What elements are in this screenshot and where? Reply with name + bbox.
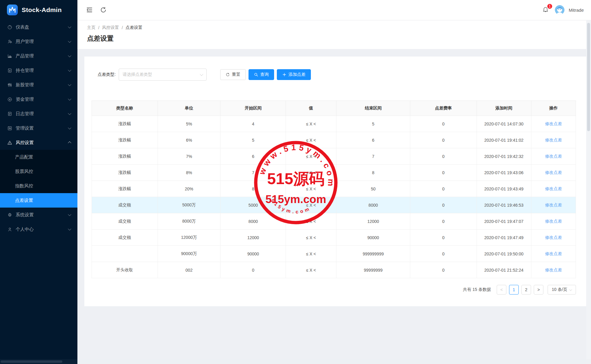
- vertical-scrollbar-thumb[interactable]: [587, 23, 590, 131]
- cell-value-op: ≤ X <: [286, 213, 336, 230]
- cell-start-range: 8000: [220, 213, 286, 230]
- modify-spread-link[interactable]: 修改点差: [545, 154, 562, 159]
- sidebar-item-label: 持仓管理: [16, 68, 68, 73]
- table-row: 成交额8000万8000≤ X <1200002020-07-01 19:47:…: [92, 213, 576, 230]
- breadcrumb: 主页 / 风控设置 / 点差设置: [87, 25, 591, 30]
- vertical-scrollbar[interactable]: [586, 20, 591, 359]
- app-window: Stock-Admin 仪表盘用户管理产品管理持仓管理新股管理资金管理日志管理管…: [0, 0, 591, 364]
- page-button-1[interactable]: 1: [509, 285, 519, 295]
- modify-spread-link[interactable]: 修改点差: [545, 121, 562, 126]
- username[interactable]: Mitrade: [569, 8, 584, 13]
- notifications-button[interactable]: 1: [540, 5, 551, 15]
- modify-spread-link[interactable]: 修改点差: [545, 235, 562, 240]
- cell-unit: 6%: [158, 132, 220, 148]
- sidebar-item-9[interactable]: 系统设置: [0, 208, 77, 222]
- cell-spread-fee: 0: [410, 165, 477, 181]
- sidebar-item-label: 用户管理: [16, 39, 68, 45]
- sidebar-item-0[interactable]: 仪表盘: [0, 20, 77, 34]
- page-title: 点差设置: [87, 34, 591, 43]
- cell-type-name: 成交额: [92, 197, 158, 213]
- cell-type-name: 开头收取: [92, 262, 158, 278]
- avatar[interactable]: [555, 5, 564, 15]
- manage-icon: [7, 126, 12, 131]
- sidebar-subitem-3[interactable]: 点差设置: [0, 193, 77, 208]
- breadcrumb-risk-settings[interactable]: 风控设置: [102, 25, 119, 30]
- cell-spread-fee: 0: [410, 181, 477, 197]
- chevron-down-icon: [569, 288, 572, 291]
- breadcrumb-home[interactable]: 主页: [87, 25, 95, 30]
- add-spread-button[interactable]: 添加点差: [277, 69, 311, 80]
- cell-type-name: [92, 246, 158, 262]
- reset-button[interactable]: 重置: [220, 69, 246, 80]
- app-logo[interactable]: Stock-Admin: [0, 0, 77, 20]
- sidebar-item-2[interactable]: 产品管理: [0, 49, 77, 63]
- table-row: 90000万90000≤ X <99999999902020-07-01 19:…: [92, 246, 576, 262]
- cell-actions: 修改点差: [531, 213, 576, 230]
- prev-page-button[interactable]: <: [497, 285, 506, 295]
- col-start-range: 开始区间: [220, 101, 286, 116]
- cell-type-name: 成交额: [92, 213, 158, 230]
- cell-end-range: 999999999: [336, 246, 410, 262]
- cell-add-time: 2020-07-01 19:43:06: [477, 165, 531, 181]
- chevron-up-icon: [68, 141, 71, 145]
- col-actions: 操作: [531, 101, 576, 116]
- modify-spread-link[interactable]: 修改点差: [545, 137, 562, 142]
- sidebar-item-1[interactable]: 用户管理: [0, 34, 77, 49]
- topbar: 1 Mitrade: [77, 0, 591, 20]
- modify-spread-link[interactable]: 修改点差: [545, 170, 562, 175]
- modify-spread-link[interactable]: 修改点差: [545, 267, 562, 272]
- modify-spread-link[interactable]: 修改点差: [545, 251, 562, 256]
- search-button[interactable]: 查询: [249, 69, 274, 80]
- chevron-down-icon: [68, 54, 71, 57]
- spread-type-select[interactable]: 请选择点差类型: [119, 69, 207, 81]
- page-size-select[interactable]: 10 条/页: [548, 285, 576, 295]
- sidebar-item-3[interactable]: 持仓管理: [0, 63, 77, 78]
- cell-type-name: 涨跌幅: [92, 181, 158, 197]
- cell-type-name: 涨跌幅: [92, 148, 158, 165]
- spread-type-label: 点差类型:: [98, 72, 116, 77]
- cell-spread-fee: 0: [410, 230, 477, 246]
- cell-actions: 修改点差: [531, 197, 576, 213]
- sidebar-item-10[interactable]: 个人中心: [0, 222, 77, 236]
- filter-toolbar: 点差类型: 请选择点差类型 重置: [92, 69, 576, 81]
- next-page-button[interactable]: >: [534, 285, 543, 295]
- sidebar-item-5[interactable]: 资金管理: [0, 92, 77, 106]
- cell-unit: 12000万: [158, 230, 220, 246]
- horizontal-scrollbar[interactable]: [0, 359, 586, 364]
- chevron-down-icon: [68, 83, 71, 86]
- sidebar-item-6[interactable]: 日志管理: [0, 106, 77, 121]
- cell-start-range: 5: [220, 132, 286, 148]
- cell-add-time: 2020-07-01 19:43:49: [477, 181, 531, 197]
- cell-end-range: 12000: [336, 213, 410, 230]
- page-button-2[interactable]: 2: [521, 285, 531, 295]
- sidebar-subitem-1[interactable]: 股票风控: [0, 164, 77, 179]
- sidebar-item-7[interactable]: 管理设置: [0, 121, 77, 135]
- modify-spread-link[interactable]: 修改点差: [545, 219, 562, 224]
- reload-icon[interactable]: [100, 6, 107, 14]
- sidebar-subitem-2[interactable]: 指数风控: [0, 179, 77, 193]
- modify-spread-link[interactable]: 修改点差: [545, 202, 562, 207]
- cell-add-time: 2020-07-01 19:42:32: [477, 148, 531, 165]
- sidebar-subitem-0[interactable]: 产品配置: [0, 150, 77, 164]
- chevron-down-icon: [68, 68, 71, 72]
- cell-end-range: 99999999: [336, 262, 410, 278]
- users-icon: [7, 39, 12, 44]
- cell-value-op: ≤ X <: [286, 132, 336, 148]
- sidebar-item-4[interactable]: 新股管理: [0, 78, 77, 92]
- spread-type-placeholder: 请选择点差类型: [123, 72, 200, 77]
- sidebar-item-8[interactable]: 风控设置: [0, 135, 77, 150]
- modify-spread-link[interactable]: 修改点差: [545, 186, 562, 191]
- table-row: 涨跌幅20%8≤ X <5002020-07-01 19:43:49修改点差: [92, 181, 576, 197]
- search-icon: [254, 72, 258, 77]
- cell-type-name: 涨跌幅: [92, 132, 158, 148]
- table-row: 涨跌幅5%4≤ X <502020-07-01 14:07:30修改点差: [92, 116, 576, 132]
- cell-actions: 修改点差: [531, 132, 576, 148]
- cell-type-name: 涨跌幅: [92, 165, 158, 181]
- horizontal-scrollbar-thumb[interactable]: [1, 360, 62, 363]
- cell-add-time: 2020-07-01 19:50:00: [477, 246, 531, 262]
- collapse-menu-icon[interactable]: [86, 6, 93, 14]
- funds-icon: [7, 97, 12, 102]
- cell-end-range: 8: [336, 165, 410, 181]
- cell-unit: 90000万: [158, 246, 220, 262]
- cell-start-range: 8: [220, 181, 286, 197]
